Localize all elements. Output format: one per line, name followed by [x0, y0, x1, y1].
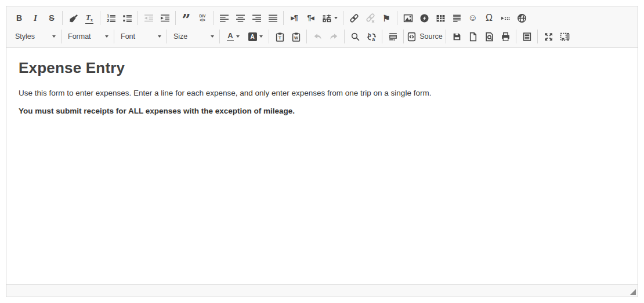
dropdown-caret-icon [52, 35, 56, 38]
size-dropdown[interactable]: Size [169, 29, 217, 44]
copy-formatting-button[interactable] [65, 10, 81, 25]
blockquote-icon: ” [182, 13, 191, 23]
save-icon [452, 32, 462, 42]
iframe-button[interactable] [513, 10, 530, 25]
format-dropdown[interactable]: Format [64, 29, 111, 44]
horizontal-rule-button[interactable] [448, 10, 465, 25]
anchor-button[interactable]: ⚑ [378, 10, 395, 25]
numbered-list-button[interactable]: 1 2 [103, 10, 119, 25]
size-dropdown-label: Size [173, 32, 187, 41]
source-icon [407, 32, 417, 42]
styles-dropdown[interactable]: Styles [11, 29, 59, 44]
bold-button[interactable]: B [11, 10, 27, 25]
paste-as-text-button[interactable]: T [272, 29, 288, 44]
toolbar-separator [213, 11, 214, 25]
smiley-button[interactable]: ☺ [465, 10, 481, 25]
language-button[interactable] [319, 10, 341, 25]
flash-icon [419, 13, 429, 23]
strikethrough-icon: S [49, 14, 54, 22]
decrease-indent-icon [144, 13, 154, 23]
unlink-button [362, 10, 378, 25]
toolbar-separator [403, 30, 404, 43]
align-center-button[interactable] [232, 10, 248, 25]
document-paragraph-bold: You must submit receipts for ALL expense… [19, 106, 625, 116]
find-button[interactable] [347, 29, 363, 44]
select-all-icon [388, 32, 398, 42]
document-paragraph: Use this form to enter expenses. Enter a… [19, 88, 625, 98]
link-button[interactable] [346, 10, 362, 25]
text-color-button[interactable]: A [222, 29, 244, 44]
italic-icon: I [34, 14, 37, 23]
flash-button[interactable] [416, 10, 432, 25]
dropdown-caret-icon [236, 35, 240, 38]
table-button[interactable] [432, 10, 448, 25]
toolbar-separator [175, 11, 176, 25]
special-character-button[interactable]: Ω [481, 10, 497, 25]
templates-button[interactable] [519, 29, 535, 44]
dropdown-caret-icon [211, 35, 214, 38]
toolbar-separator [306, 30, 307, 43]
editor-content[interactable]: Expense Entry Use this form to enter exp… [6, 48, 638, 284]
maximize-button[interactable] [540, 29, 556, 44]
rtl-icon: ¶◂ [307, 14, 313, 22]
text-direction-ltr-button[interactable]: ▸¶ [286, 10, 302, 25]
new-page-icon [468, 32, 478, 42]
replace-button[interactable]: b a [363, 29, 379, 44]
toolbar-separator [62, 11, 63, 25]
select-all-button[interactable] [385, 29, 401, 44]
language-icon [322, 13, 332, 23]
align-right-icon [252, 13, 262, 23]
toolbar-separator [446, 30, 446, 43]
italic-button[interactable]: I [27, 10, 44, 25]
document-heading: Expense Entry [19, 59, 625, 77]
decrease-indent-button [140, 10, 157, 25]
print-icon [501, 32, 511, 42]
toolbar-separator [343, 11, 343, 25]
undo-icon [313, 32, 323, 42]
paste-text-icon: T [275, 32, 285, 42]
font-dropdown[interactable]: Font [117, 29, 164, 44]
align-left-icon [219, 13, 229, 23]
horizontal-rule-icon [452, 13, 462, 23]
background-color-button[interactable]: A [244, 29, 266, 44]
print-button[interactable] [497, 29, 513, 44]
resize-handle-icon[interactable] [630, 289, 636, 295]
align-right-button[interactable] [248, 10, 265, 25]
justify-button[interactable] [265, 10, 281, 25]
toolbar-separator [397, 11, 397, 25]
dropdown-caret-icon [259, 35, 263, 38]
numbered-list-icon: 1 2 [106, 13, 116, 23]
image-button[interactable] [400, 10, 416, 25]
background-color-icon: A [248, 32, 257, 41]
page-break-button[interactable] [497, 10, 513, 25]
font-dropdown-label: Font [121, 32, 135, 41]
source-button[interactable]: Source [406, 29, 443, 44]
toolbar-separator [61, 30, 61, 43]
text-direction-rtl-button[interactable]: ¶◂ [302, 10, 319, 25]
new-page-button[interactable] [465, 29, 481, 44]
magnifier-icon [350, 32, 360, 42]
preview-button[interactable] [481, 29, 497, 44]
paste-from-word-button[interactable]: W [288, 29, 304, 44]
create-div-button[interactable]: DIV</> [194, 10, 211, 25]
bulleted-list-button[interactable] [119, 10, 135, 25]
save-button[interactable] [448, 29, 465, 44]
status-bar [6, 284, 638, 297]
align-center-icon [236, 13, 245, 23]
toolbar-separator [219, 30, 220, 43]
bold-icon: B [16, 14, 22, 22]
image-icon [403, 13, 413, 23]
increase-indent-button[interactable] [157, 10, 173, 25]
remove-format-button[interactable]: Tx [81, 10, 97, 25]
align-left-button[interactable] [216, 10, 232, 25]
link-icon [349, 13, 359, 23]
toolbar-row-1: B I S Tx 1 2 [6, 6, 638, 27]
strikethrough-button[interactable]: S [44, 10, 60, 25]
blockquote-button[interactable]: ” [178, 10, 194, 25]
maximize-icon [544, 32, 553, 42]
show-blocks-icon [560, 32, 570, 42]
svg-text:W: W [294, 35, 298, 41]
show-blocks-button[interactable] [556, 29, 573, 44]
page-break-icon [501, 13, 511, 23]
toolbar-separator [283, 11, 284, 25]
